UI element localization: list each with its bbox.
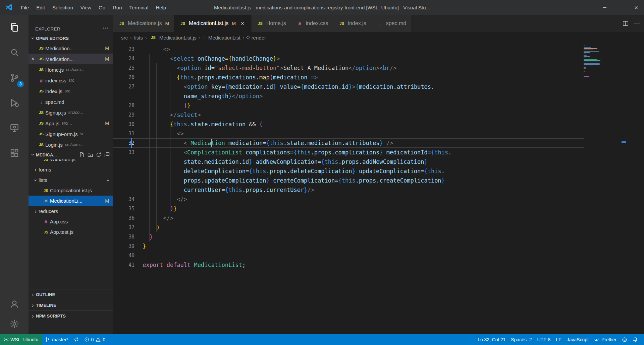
open-editor-medication[interactable]: JSMedication...M [29, 43, 113, 54]
settings-button[interactable] [0, 314, 29, 334]
tab-close-button[interactable]: × [238, 20, 247, 27]
line-number[interactable]: 27 [113, 82, 135, 91]
line-number[interactable]: 24 [113, 54, 135, 63]
git-branch-status[interactable]: master* [42, 334, 71, 345]
open-editor-medication[interactable]: ×JSMedication...M [29, 54, 113, 64]
code-line-32[interactable]: 32 < Medication medication={this.state.m… [113, 138, 586, 148]
breadcrumb-render[interactable]: render [247, 35, 266, 41]
line-number[interactable] [113, 91, 135, 101]
tab-medicationlist-js[interactable]: JSMedicationList.jsM× [174, 15, 251, 32]
open-editor-signup-js[interactable]: JSSignup.jssrc/co... [29, 107, 113, 118]
tree-item-withauth-js[interactable]: JSWithAuth.js [29, 159, 113, 164]
feedback-button[interactable] [619, 334, 630, 345]
code-line-31[interactable]: 31 <> [113, 129, 586, 138]
code-line-23[interactable]: 23 <> [113, 45, 586, 54]
code-line-30[interactable]: 30 {this.state.medication && ( [113, 120, 586, 129]
close-editor-button[interactable]: × [29, 56, 37, 62]
outline-section-header[interactable]: › OUTLINE [29, 289, 113, 300]
indentation-status[interactable]: Spaces: 2 [508, 334, 534, 345]
code-line-wrap[interactable]: state.medication.id} addNewComplication=… [113, 157, 586, 166]
activity-search-button[interactable] [0, 40, 29, 65]
line-number[interactable]: 23 [113, 45, 135, 54]
code-line-25[interactable]: 25 <option id="select-med-button">Select… [113, 63, 586, 73]
npm-scripts-section-header[interactable]: › NPM SCRIPTS [29, 310, 113, 321]
code-line-wrap[interactable]: props.updateComplication} createComplica… [113, 176, 586, 185]
menu-run[interactable]: Run [109, 0, 126, 15]
line-number[interactable]: 35 [113, 204, 135, 213]
problems-status[interactable]: 0 0 [82, 334, 108, 345]
code-line-39[interactable]: 39} [113, 242, 586, 251]
line-number[interactable]: 41 [113, 260, 135, 270]
tree-item-forms[interactable]: ›forms [29, 164, 113, 175]
tab-index-css[interactable]: #index.css [291, 15, 333, 32]
activity-extensions-button[interactable] [0, 140, 29, 165]
code-line-34[interactable]: 34 </> [113, 195, 586, 204]
open-editor-index-js[interactable]: JSindex.jssrc [29, 86, 113, 96]
tree-item-app-test-js[interactable]: JSApp.test.js [29, 227, 113, 237]
tree-item-complicationlist-js[interactable]: JSComplicationList.js [29, 185, 113, 196]
tab-home-js[interactable]: JSHome.js [252, 15, 291, 32]
code-line-35[interactable]: 35 )} [113, 204, 586, 213]
line-number[interactable]: 40 [113, 251, 135, 260]
breadcrumb-src[interactable]: src [121, 35, 128, 41]
line-number[interactable]: 31 [113, 129, 135, 138]
code-line-40[interactable]: 40 [113, 251, 586, 260]
maximize-button[interactable] [612, 0, 628, 15]
code-line-38[interactable]: 38 } [113, 232, 586, 242]
menu-go[interactable]: Go [95, 0, 109, 15]
code-editor[interactable]: 23 <>24 <select onChange={handleChange}>… [113, 43, 644, 334]
account-button[interactable] [0, 294, 29, 314]
open-editor-login-js[interactable]: JSLogin.jssrc/com... [29, 139, 113, 150]
remote-indicator[interactable]: >< WSL: Ubuntu [0, 334, 42, 345]
eol-status[interactable]: LF [553, 334, 564, 345]
menu-terminal[interactable]: Terminal [126, 0, 152, 15]
tab-medications-js[interactable]: JSMedications.jsM [113, 15, 174, 32]
code-line-wrap[interactable]: currentUser={this.props.currentUser}/> [113, 185, 586, 195]
open-editor-app-js[interactable]: JSApp.jssrc/...M [29, 118, 113, 129]
open-editors-section-header[interactable]: › OPEN EDITORS [29, 33, 113, 43]
editor-more-actions-icon[interactable]: ⋯ [634, 20, 640, 27]
open-editor-spec-md[interactable]: ↓spec.md [29, 96, 113, 107]
code-line-29[interactable]: 29 </select> [113, 110, 586, 120]
breadcrumb-medicationlist[interactable]: MedicationList [203, 35, 240, 41]
timeline-section-header[interactable]: › TIMELINE [29, 300, 113, 310]
code-line-33[interactable]: 33 <ComplicationList complications={this… [113, 148, 586, 157]
activity-explorer-button[interactable] [0, 15, 29, 40]
notifications-button[interactable] [630, 334, 641, 345]
line-number[interactable]: 28 [113, 101, 135, 110]
code-line-41[interactable]: 41export default MedicationList; [113, 260, 586, 270]
activity-remote-explorer-button[interactable] [0, 115, 29, 140]
workspace-section-header[interactable]: › MEDICA... [29, 150, 113, 159]
code-line-37[interactable]: 37 ) [113, 223, 586, 232]
code-line-36[interactable]: 36 </> [113, 213, 586, 223]
new-file-icon[interactable] [79, 152, 85, 157]
line-number[interactable] [113, 166, 135, 176]
line-number[interactable]: 38 [113, 232, 135, 242]
sidebar-more-actions-icon[interactable]: ⋯ [103, 24, 109, 31]
line-number[interactable] [113, 157, 135, 166]
menu-selection[interactable]: Selection [49, 0, 77, 15]
tree-item-lists[interactable]: ›lists● [29, 175, 113, 185]
minimize-button[interactable] [597, 0, 612, 15]
line-number[interactable]: 33 [113, 148, 135, 157]
new-folder-icon[interactable] [88, 152, 93, 157]
line-number[interactable]: 39 [113, 242, 135, 251]
line-number[interactable]: 25 [113, 63, 135, 73]
line-number[interactable]: 34 [113, 195, 135, 204]
tab-spec-md[interactable]: ↓spec.md [371, 15, 411, 32]
cursor-position-status[interactable]: Ln 32, Col 21 [475, 334, 508, 345]
line-number[interactable] [113, 176, 135, 185]
tab-index-js[interactable]: JSindex.js [333, 15, 371, 32]
open-editor-signupform-js[interactable]: JSSignupForm.jssr... [29, 129, 113, 139]
code-line-wrap[interactable]: deleteComplication={this.props.deleteCom… [113, 166, 586, 176]
open-editor-index-css[interactable]: #index.csssrc [29, 75, 113, 86]
line-number[interactable]: 36 [113, 213, 135, 223]
minimap[interactable] [584, 43, 605, 334]
tree-item-reducers[interactable]: ›reducers [29, 206, 113, 216]
code-line-wrap[interactable]: name_strength}</option> [113, 91, 586, 101]
code-line-28[interactable]: 28 )} [113, 101, 586, 110]
encoding-status[interactable]: UTF-8 [535, 334, 553, 345]
line-number[interactable]: 37 [113, 223, 135, 232]
activity-source-control-button[interactable]: 3 [0, 65, 29, 90]
line-number[interactable]: 30 [113, 120, 135, 129]
